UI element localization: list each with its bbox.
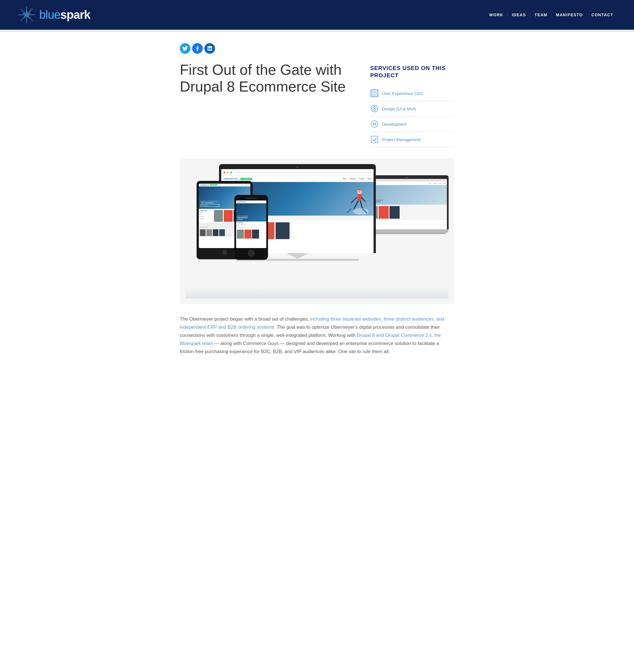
laptop-hero: MOUNTAIN, FREERIDE RGER JACKET xyxy=(366,185,447,205)
laptop-prod-3 xyxy=(390,206,400,219)
laptop-bottom xyxy=(368,233,446,234)
screen-menu-badge: Cart Builder ◊ xyxy=(240,178,252,180)
coll-thumb-4 xyxy=(219,229,225,236)
svg-rect-32 xyxy=(358,191,361,193)
svg-line-28 xyxy=(350,203,351,209)
body-text-start: The Obermeyer project began with a broad… xyxy=(180,316,310,322)
facebook-f-icon xyxy=(196,46,199,51)
tablet-badge: Cart Builder ◊ xyxy=(210,184,217,186)
phone-prod-3 xyxy=(252,230,259,239)
phone-hero: ALPINE, BIG MOUNTAIN, THE CHARGERJACKET xyxy=(236,203,266,221)
mockup-shadow xyxy=(185,287,449,298)
svg-line-25 xyxy=(361,197,365,201)
two-col-layout: First Out of the Gate with Drupal 8 Ecom… xyxy=(180,62,454,147)
linkedin-icon[interactable] xyxy=(205,43,215,54)
header-stripe xyxy=(0,30,634,32)
nav-manifesto[interactable]: MANIFESTO xyxy=(552,13,587,17)
nav-ideas[interactable]: IDEAS xyxy=(508,13,530,17)
service-dev-label: Development xyxy=(382,122,407,126)
laptop-camera xyxy=(406,177,407,178)
tablet-logo-bar: OBERMEYER Cart Builder ◊ Men Women xyxy=(199,184,250,187)
nav-work[interactable]: WORK xyxy=(485,13,507,17)
laptop-screen-outer: OBERMEYER Men Women Teams Kids MOUNT xyxy=(365,175,449,229)
service-item-design[interactable]: Design (UI & MUI) xyxy=(370,101,454,117)
services-title: SERVICES USED ON THIS PROJECT xyxy=(370,65,454,79)
svg-line-29 xyxy=(365,201,367,207)
laptop-mockup: OBERMEYER Men Women Teams Kids MOUNT xyxy=(365,175,449,234)
svg-rect-8 xyxy=(371,90,378,97)
development-icon xyxy=(370,120,379,128)
pm-icon xyxy=(370,135,379,144)
laptop-products xyxy=(366,205,447,220)
logo-blue: blue xyxy=(39,8,60,21)
device-mockup: OBERMEYER Cart Builder ◊ Men Women Teams… xyxy=(180,159,454,304)
body-text-italic: One site to rule them all. xyxy=(338,349,390,354)
service-item-pm[interactable]: Project Management xyxy=(370,132,454,147)
svg-rect-9 xyxy=(372,91,374,93)
svg-rect-10 xyxy=(375,91,377,93)
tablet-sidebar: CATEGORIES Jackets...PantsSweaters...Acc… xyxy=(199,209,213,223)
imac-camera xyxy=(297,166,298,168)
skier-illustration xyxy=(344,185,369,216)
svg-rect-11 xyxy=(372,94,374,96)
svg-line-19 xyxy=(374,123,375,125)
phone-screen: OBERMEYER ◊ ALPINE, BIG MOUNTAIN, THE CH… xyxy=(236,200,266,248)
phone-prod-2 xyxy=(244,230,252,239)
imac-neck xyxy=(286,253,309,259)
tablet-hero-text: ALPINE, BIG MOUNTAIN, THE CHARGER J... S… xyxy=(201,200,219,207)
body-paragraph: The Obermeyer project began with a broad… xyxy=(180,315,454,356)
left-column: First Out of the Gate with Drupal 8 Ecom… xyxy=(180,62,353,106)
laptop-base xyxy=(365,229,449,233)
screen-min-btn xyxy=(227,172,229,173)
nav-team[interactable]: TEAM xyxy=(531,13,551,17)
svg-rect-20 xyxy=(371,136,378,143)
product-3 xyxy=(276,222,289,239)
svg-rect-23 xyxy=(358,194,361,201)
phone-product-thumbs xyxy=(237,230,265,239)
screen-nav-bar xyxy=(221,169,374,176)
screen-close-btn xyxy=(224,172,225,173)
bluespark-logo-icon xyxy=(17,5,37,25)
phone-mockup: OBERMEYER ◊ ALPINE, BIG MOUNTAIN, THE CH… xyxy=(234,195,268,260)
main-nav: WORK | IDEAS | TEAM | MANIFESTO | CONTAC… xyxy=(485,13,617,17)
service-item-dev[interactable]: Development xyxy=(370,117,454,132)
body-text-mid-2: — along with Commerce Guys — designed an… xyxy=(180,341,439,354)
service-design-label: Design (UI & MUI) xyxy=(382,106,416,111)
svg-line-27 xyxy=(360,201,362,209)
phone-content: CATEGORIES Jackets, Shells & VestsPantsS… xyxy=(236,221,266,239)
coll-thumb-1 xyxy=(200,229,206,236)
laptop-prod-2 xyxy=(379,206,389,219)
tablet-product-1 xyxy=(214,210,223,222)
service-item-ux[interactable]: User Experience (UX) xyxy=(370,86,454,101)
coll-thumb-2 xyxy=(206,229,212,236)
logo-area[interactable]: bluespark xyxy=(17,5,90,25)
tablet-home-btn xyxy=(222,250,227,255)
phone-logo-bar: OBERMEYER ◊ xyxy=(236,200,266,203)
laptop-screen: OBERMEYER Men Women Teams Kids MOUNT xyxy=(366,179,447,229)
screen-nav-items: Men Women Teams Kids xyxy=(343,178,371,180)
mockup-inner: OBERMEYER Cart Builder ◊ Men Women Teams… xyxy=(185,164,449,298)
service-pm-label: Project Management xyxy=(382,137,421,142)
svg-point-15 xyxy=(374,108,375,109)
right-column: SERVICES USED ON THIS PROJECT User Exper… xyxy=(370,62,454,147)
svg-line-26 xyxy=(354,201,358,209)
screen-max-btn xyxy=(230,172,232,173)
design-icon xyxy=(370,104,379,113)
laptop-url-bar xyxy=(373,179,446,181)
laptop-nav-items: Men Women Teams Kids xyxy=(429,183,446,184)
twitter-bird-icon xyxy=(182,46,188,51)
facebook-icon[interactable] xyxy=(192,43,203,54)
phone-prod-1 xyxy=(237,230,244,239)
twitter-icon[interactable] xyxy=(180,43,190,54)
phone-home-btn xyxy=(248,250,255,257)
laptop-nav-bar xyxy=(366,179,447,182)
site-header: bluespark WORK | IDEAS | TEAM | MANIFEST… xyxy=(0,0,634,30)
tablet-product-2 xyxy=(224,210,233,222)
nav-contact[interactable]: CONTACT xyxy=(588,13,617,17)
laptop-logo-bar: OBERMEYER Men Women Teams Kids xyxy=(366,182,447,185)
page-title: First Out of the Gate with Drupal 8 Ecom… xyxy=(180,62,353,95)
phone-body: OBERMEYER ◊ ALPINE, BIG MOUNTAIN, THE CH… xyxy=(234,195,268,260)
svg-line-30 xyxy=(347,209,351,213)
laptop-footer: Soft Shells & Insulation xyxy=(366,220,447,227)
svg-point-21 xyxy=(353,208,369,215)
